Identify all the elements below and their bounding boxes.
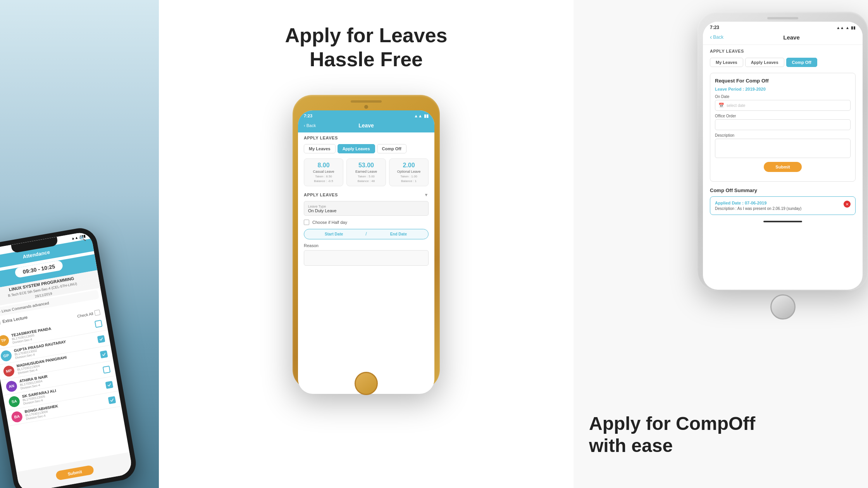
wifi-icon-middle: ▲▲ bbox=[414, 113, 422, 118]
description-input[interactable] bbox=[715, 139, 851, 158]
status-bar-right: 7:23 ▲▲ ▲ ▮▮ bbox=[703, 22, 863, 32]
leave-period-text: Leave Period : 2019-2020 bbox=[715, 87, 851, 91]
battery-icon-middle: ▮▮ bbox=[424, 113, 429, 119]
casual-value: 8.00 bbox=[307, 162, 340, 169]
back-chevron-icon-middle: ‹ bbox=[304, 123, 305, 128]
student-check-1[interactable] bbox=[97, 335, 105, 343]
half-day-checkbox[interactable] bbox=[304, 220, 309, 225]
apply-leaves-label-right: APPLY LEAVES bbox=[703, 45, 863, 56]
middle-header: ‹ Back Leave bbox=[298, 120, 434, 132]
main-heading: Apply for Leaves Hassle Free bbox=[285, 23, 447, 72]
calendar-icon: 📅 bbox=[718, 103, 724, 108]
tab-apply-leaves-middle[interactable]: Apply Leaves bbox=[338, 144, 375, 153]
wifi-icon-left: ▲▲ bbox=[71, 235, 78, 241]
leave-type-value: On Duty Leave bbox=[308, 208, 424, 213]
home-button-right[interactable] bbox=[770, 294, 796, 320]
right-header: ‹ Back Leave bbox=[703, 32, 863, 45]
submit-button-left[interactable]: Submit bbox=[55, 465, 94, 481]
leave-type-label-small: Leave Type bbox=[308, 204, 326, 208]
heading-line1: Apply for Leaves bbox=[285, 23, 447, 47]
earned-value: 53.00 bbox=[350, 162, 382, 169]
description-label: Description bbox=[715, 133, 851, 137]
right-page-title: Leave bbox=[727, 34, 856, 41]
back-chevron-icon-right: ‹ bbox=[710, 34, 712, 41]
status-bar-middle: 7:23 ▲▲ ▮▮ bbox=[298, 110, 434, 120]
optional-balance: Balance : 1 bbox=[393, 179, 425, 183]
tab-comp-off-middle[interactable]: Comp Off bbox=[377, 144, 406, 153]
applied-date: Applied Date : 07-06-2019 bbox=[715, 201, 840, 205]
time-range-text: 09:30 - 10:25 bbox=[22, 263, 56, 275]
right-phone-speaker bbox=[767, 17, 798, 19]
comp-off-box-title: Request For Comp Off bbox=[715, 78, 851, 84]
summary-card-content: Applied Date : 07-06-2019 Description : … bbox=[715, 201, 840, 211]
avatar-2: MP bbox=[3, 364, 15, 377]
submit-button-right[interactable]: Submit bbox=[764, 162, 801, 172]
leave-type-selector[interactable]: Leave Type On Duty Leave bbox=[304, 201, 429, 216]
office-order-input[interactable] bbox=[715, 119, 851, 130]
home-button-middle[interactable] bbox=[355, 372, 378, 395]
reason-input[interactable] bbox=[304, 250, 429, 266]
tab-my-leaves-right[interactable]: My Leaves bbox=[710, 58, 743, 67]
avatar-0: TP bbox=[0, 334, 10, 347]
comp-off-request-box: Request For Comp Off Leave Period : 2019… bbox=[710, 73, 856, 182]
comp-off-summary-card: Applied Date : 07-06-2019 Description : … bbox=[710, 196, 856, 215]
signal-icon-right: ▲▲ bbox=[836, 26, 844, 30]
tab-comp-off-right[interactable]: Comp Off bbox=[786, 58, 817, 67]
extra-lecture-checkbox[interactable] bbox=[0, 319, 1, 325]
avatar-5: BA bbox=[10, 411, 23, 423]
back-label-right: Back bbox=[713, 34, 723, 40]
leave-cards: 8.00 Casual Leave Taken : 8.50 Balance :… bbox=[298, 155, 434, 189]
back-button-left[interactable]: ‹ Attendance bbox=[0, 249, 8, 258]
student-check-3[interactable] bbox=[103, 365, 111, 373]
leave-card-casual: 8.00 Casual Leave Taken : 8.50 Balance :… bbox=[304, 158, 343, 186]
start-date-button[interactable]: Start Date bbox=[304, 229, 363, 239]
back-button-middle[interactable]: ‹ Back bbox=[304, 123, 316, 128]
phone-speaker bbox=[351, 100, 382, 103]
student-check-5[interactable] bbox=[108, 396, 116, 404]
phone-middle-mockup: 7:23 ▲▲ ▮▮ ‹ Back Leave APPLY LEAVES bbox=[293, 95, 440, 389]
back-label-middle: Back bbox=[307, 123, 316, 128]
home-indicator bbox=[763, 221, 802, 222]
optional-value: 2.00 bbox=[393, 162, 425, 169]
avatar-3: AN bbox=[5, 380, 18, 392]
leave-card-optional: 2.00 Optional Leave Taken : 1.00 Balance… bbox=[389, 158, 429, 186]
middle-page-title: Leave bbox=[358, 122, 374, 129]
earned-type: Earned Leave bbox=[350, 170, 382, 174]
avatar-1: GP bbox=[0, 349, 12, 362]
reason-label: Reason bbox=[298, 241, 434, 249]
student-check-2[interactable] bbox=[100, 350, 108, 358]
on-date-placeholder: select date bbox=[727, 103, 745, 108]
right-panel: 7:23 ▲▲ ▲ ▮▮ ‹ Back Leave APPLY bbox=[574, 0, 868, 488]
half-day-row: Choose if Half day bbox=[298, 218, 434, 227]
student-check-0[interactable] bbox=[95, 320, 103, 328]
middle-panel: Apply for Leaves Hassle Free 7:23 ▲▲ ▮▮ bbox=[159, 0, 574, 488]
casual-balance: Balance : -0.5 bbox=[307, 179, 340, 183]
battery-icon-right: ▮▮ bbox=[851, 26, 856, 30]
apply-leaves-label-middle: APPLY LEAVES bbox=[298, 132, 434, 142]
close-button-red[interactable]: ✕ bbox=[844, 201, 851, 208]
comp-off-summary-title: Comp Off Summary bbox=[703, 186, 863, 196]
check-all-checkbox[interactable] bbox=[94, 309, 100, 316]
date-row: Start Date / End Date bbox=[304, 229, 429, 239]
earned-taken: Taken : 5.00 bbox=[350, 175, 382, 178]
optional-taken: Taken : 1.00 bbox=[393, 175, 425, 178]
time-right: 7:23 bbox=[710, 25, 719, 30]
student-check-4[interactable] bbox=[105, 381, 113, 389]
end-date-button[interactable]: End Date bbox=[369, 229, 428, 239]
back-button-right[interactable]: ‹ Back bbox=[710, 34, 723, 41]
casual-taken: Taken : 8.50 bbox=[307, 175, 340, 178]
apply-section-header: APPLY LEAVES ▼ bbox=[298, 189, 434, 199]
tab-apply-leaves-right[interactable]: Apply Leaves bbox=[745, 58, 784, 67]
earned-balance: Balance : 48 bbox=[350, 179, 382, 183]
date-separator: / bbox=[363, 229, 369, 239]
bottom-line1: Apply for CompOff bbox=[589, 412, 755, 435]
heading-line2: Hassle Free bbox=[285, 47, 447, 71]
bottom-line2: with ease bbox=[589, 435, 755, 457]
apply-section-label: APPLY LEAVES bbox=[304, 192, 338, 197]
search-icon-left[interactable]: 🔍 bbox=[79, 235, 86, 242]
on-date-input[interactable]: 📅 select date bbox=[715, 100, 851, 111]
tab-my-leaves-middle[interactable]: My Leaves bbox=[304, 144, 336, 153]
office-order-label: Office Order bbox=[715, 114, 851, 118]
wifi-icon-right: ▲ bbox=[846, 26, 849, 30]
tabs-middle: My Leaves Apply Leaves Comp Off bbox=[298, 142, 434, 155]
